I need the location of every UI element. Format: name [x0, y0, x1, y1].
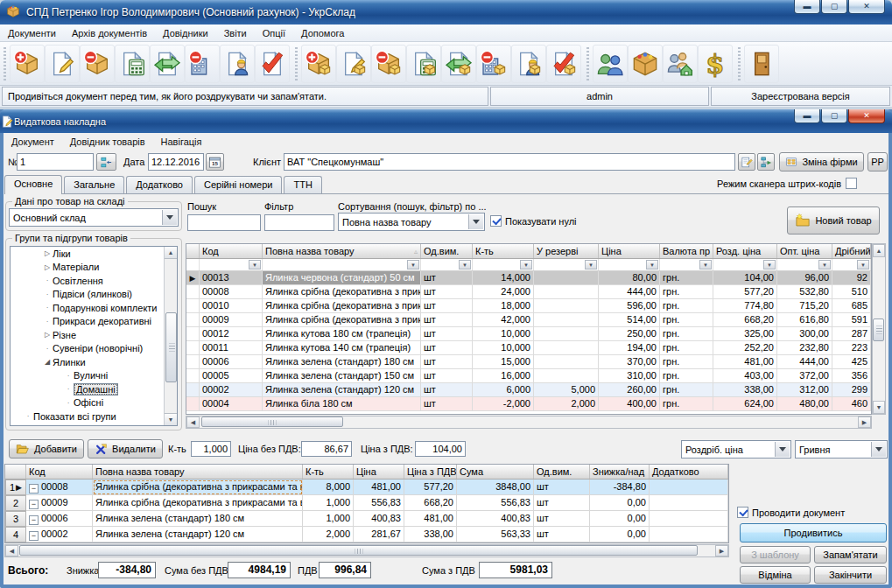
cell[interactable]: 00011	[200, 341, 263, 354]
catalog-row-00010[interactable]: 00010Ялинка срібна (декоративна з прикра…	[186, 299, 871, 313]
cell[interactable]: Ялинка срібна (декоративна з прикра	[263, 313, 421, 326]
items-column-header-rownum[interactable]	[5, 465, 26, 479]
cell[interactable]: 00009	[200, 313, 263, 326]
column-header-Дрібний[interactable]: Дрібний	[832, 244, 871, 258]
cell[interactable]: 0,00	[590, 495, 650, 511]
confirm-invoice-icon[interactable]	[255, 45, 290, 83]
cell[interactable]: 1,000	[303, 511, 354, 527]
invoice-maximize-button[interactable]: ▢	[821, 109, 847, 123]
filter-dropdown-icon[interactable]: ▼	[646, 260, 658, 270]
cell[interactable]: Ялинка зелена (стандарт) 120 см	[263, 383, 421, 396]
filter-dropdown-icon[interactable]: ▼	[459, 260, 471, 270]
cell[interactable]: грн.	[660, 397, 713, 410]
cell[interactable]: 6,000	[473, 383, 534, 396]
cell[interactable]: 281,67	[354, 527, 404, 542]
sort-select[interactable]: Повна назва товару	[338, 213, 485, 231]
cell[interactable]: 312,00	[777, 383, 832, 396]
cell[interactable]: Ялинка срібна (декоративна з прикра	[263, 285, 421, 298]
column-header-Од.вим.[interactable]: Од.вим.	[421, 244, 473, 258]
cell[interactable]	[534, 285, 599, 298]
catalog-row-00005[interactable]: 00005Ялинка зелена (стандарт) 150 смшт16…	[186, 369, 871, 383]
collapse-row-icon[interactable]: −	[29, 500, 39, 509]
cell[interactable]: 00005	[200, 369, 263, 382]
chevron-down-icon[interactable]	[775, 442, 790, 457]
calc-archive-icon[interactable]	[406, 45, 441, 83]
cell[interactable]: шт	[421, 313, 473, 326]
cell[interactable]: шт	[421, 341, 473, 354]
cell[interactable]: 338,00	[713, 383, 777, 396]
cell[interactable]: Ялинка кутова 180 см (трапеція)	[263, 327, 421, 340]
filter-dropdown-icon[interactable]: ▼	[407, 260, 419, 270]
cell[interactable]: 5,000	[534, 383, 599, 396]
cell[interactable]: Ялинка зелена (стандарт) 180 см	[263, 355, 421, 368]
cell[interactable]: 556,83	[457, 495, 534, 511]
minimize-button[interactable]: ▬	[794, 0, 820, 14]
cell[interactable]: 80,00	[599, 271, 660, 284]
cell[interactable]: шт	[421, 327, 473, 340]
filter-cell[interactable]: ▼	[534, 259, 599, 270]
filter-dropdown-icon[interactable]: ▼	[585, 260, 597, 270]
cell[interactable]: шт	[534, 511, 590, 527]
expand-icon[interactable]: ▷	[42, 263, 53, 271]
cell[interactable]: 510	[832, 285, 871, 298]
cell[interactable]: грн.	[660, 271, 713, 284]
cell[interactable]: 00010	[200, 299, 263, 312]
row-selector[interactable]: ▶	[186, 271, 200, 284]
cell[interactable]: 563,33	[457, 527, 534, 542]
number-select-icon[interactable]	[96, 153, 116, 171]
cell[interactable]: 685	[832, 299, 871, 312]
row-selector[interactable]	[186, 299, 200, 312]
filter-cell[interactable]: ▼	[473, 259, 534, 270]
filter-cell[interactable]	[186, 259, 200, 270]
cell[interactable]: 8,000	[303, 480, 354, 495]
main-menu-item-6[interactable]: Допомога	[293, 25, 352, 41]
cell[interactable]: шт	[534, 495, 590, 511]
cell[interactable]: 481,00	[354, 480, 404, 495]
cell[interactable]: грн.	[660, 369, 713, 382]
cell[interactable]: −00008	[26, 480, 93, 495]
cell[interactable]: −00006	[26, 511, 93, 527]
items-column-header-Знижка/над[interactable]: Знижка/над	[590, 465, 650, 479]
collapse-row-icon[interactable]: −	[29, 515, 39, 525]
catalog-row-00011[interactable]: 00011Ялинка кутова 140 см (трапеція)шт10…	[186, 341, 871, 355]
cell[interactable]	[534, 313, 599, 326]
filter-dropdown-icon[interactable]: ▼	[249, 260, 261, 270]
filter-cell[interactable]: ▼	[832, 259, 871, 270]
cell[interactable]	[650, 495, 728, 511]
cell[interactable]: 14,000	[473, 271, 534, 284]
cell[interactable]: 444,00	[777, 355, 832, 368]
tree-item[interactable]: ·Показати всі групи	[11, 410, 177, 424]
collapse-icon[interactable]: ◢	[42, 358, 53, 366]
row-number[interactable]: 1▶	[5, 480, 26, 495]
cell[interactable]: 715,20	[777, 299, 832, 312]
tree-item[interactable]: ·Підвіси (ялинкові)	[11, 288, 177, 302]
clients-icon[interactable]	[593, 45, 628, 83]
row-selector[interactable]	[186, 313, 200, 326]
row-selector[interactable]	[186, 383, 200, 396]
tree-item[interactable]: ·Домашні	[11, 382, 177, 396]
service-archive-icon[interactable]	[511, 45, 546, 83]
tree-item[interactable]: ·Прикраси декоративні	[11, 315, 177, 329]
cell[interactable]: 00002	[200, 383, 263, 396]
cell[interactable]: шт	[421, 383, 473, 396]
from-template-button[interactable]: З шаблону	[740, 546, 811, 564]
cell[interactable]: 591	[832, 313, 871, 326]
tree-scrollbar[interactable]: ▲ ▼	[164, 247, 177, 425]
row-selector[interactable]	[186, 285, 200, 298]
cell[interactable]: 00008	[200, 285, 263, 298]
scroll-up-icon[interactable]: ▲	[165, 247, 177, 259]
invoice-item-row-00008[interactable]: 1▶−00008Ялинка срібна (декоративна з при…	[5, 480, 728, 495]
cell[interactable]	[534, 299, 599, 312]
cell[interactable]: Ялинка срібна (декоративна з прикрасами …	[93, 495, 303, 511]
column-header-selector[interactable]	[186, 244, 200, 258]
price-net-input[interactable]	[301, 441, 352, 457]
date-input[interactable]	[148, 153, 204, 171]
main-menu-item-4[interactable]: Звіти	[216, 25, 255, 41]
cell[interactable]: 42,000	[473, 313, 534, 326]
cell[interactable]: 372,00	[777, 369, 832, 382]
scanner-mode-checkbox[interactable]	[846, 178, 857, 189]
service-invoice-icon[interactable]	[220, 45, 255, 83]
cell[interactable]: грн.	[660, 383, 713, 396]
cell[interactable]: 668,20	[713, 313, 777, 326]
cell[interactable]	[534, 341, 599, 354]
